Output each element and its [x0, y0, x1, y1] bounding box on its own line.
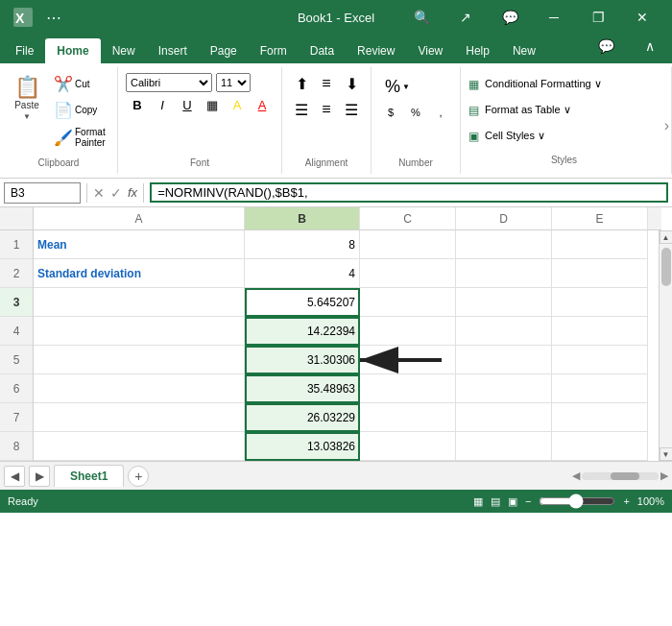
copy-button[interactable]: 📄 Copy: [50, 99, 109, 121]
sheet-add-button[interactable]: +: [128, 466, 149, 487]
cell-d5[interactable]: [456, 346, 552, 374]
search-btn[interactable]: 🔍: [399, 0, 444, 35]
format-as-table-button[interactable]: ▤ Format as Table ∨: [465, 103, 663, 118]
view-normal-icon[interactable]: ▦: [473, 495, 483, 508]
vertical-scrollbar[interactable]: ▲ ▼: [659, 230, 672, 461]
percent-button[interactable]: %: [404, 105, 427, 120]
formula-cancel-icon[interactable]: ✕: [93, 185, 105, 201]
minimize-btn[interactable]: ─: [532, 0, 576, 35]
font-size-select[interactable]: 11: [216, 73, 251, 92]
cell-b4[interactable]: 14.22394: [245, 317, 360, 346]
cell-b3[interactable]: 5.645207: [245, 288, 360, 317]
cell-e6[interactable]: [552, 374, 648, 403]
tab-view[interactable]: View: [406, 38, 454, 63]
cell-b1[interactable]: 8: [245, 230, 360, 259]
cell-d6[interactable]: [456, 374, 552, 403]
formula-input-box[interactable]: =NORMINV(RAND(),$B$1,: [150, 182, 668, 203]
share-btn[interactable]: ↗: [444, 0, 488, 35]
cell-d4[interactable]: [456, 317, 552, 346]
tab-new[interactable]: New: [101, 38, 147, 63]
cell-e5[interactable]: [552, 346, 648, 374]
tab-page[interactable]: Page: [199, 38, 249, 63]
view-layout-icon[interactable]: ▤: [491, 495, 500, 508]
ribbon-expand-btn[interactable]: ∧: [628, 29, 672, 63]
cell-c2[interactable]: [360, 259, 456, 288]
formula-fx-label[interactable]: fx: [128, 185, 137, 200]
align-right-button[interactable]: ☰: [340, 99, 363, 121]
align-bottom-button[interactable]: ⬇: [340, 73, 363, 95]
cell-b5[interactable]: 31.30306: [245, 346, 360, 374]
comments-btn[interactable]: 💬: [488, 0, 532, 35]
zoom-plus-btn[interactable]: +: [623, 495, 629, 507]
cell-b8[interactable]: 13.03826: [245, 432, 360, 461]
zoom-minus-btn[interactable]: −: [525, 495, 531, 507]
align-left-button[interactable]: ☰: [290, 99, 313, 121]
cell-a3[interactable]: [34, 288, 245, 317]
formula-confirm-icon[interactable]: ✓: [110, 185, 122, 201]
cell-c8[interactable]: [360, 432, 456, 461]
cell-c1[interactable]: [360, 230, 456, 259]
cell-reference-box[interactable]: B3: [4, 182, 81, 204]
zoom-slider[interactable]: [539, 494, 615, 509]
cell-e1[interactable]: [552, 230, 648, 259]
scroll-thumb[interactable]: [661, 248, 671, 286]
cell-c5[interactable]: [360, 346, 456, 374]
cell-styles-button[interactable]: ▣ Cell Styles ∨: [465, 129, 663, 144]
tab-data[interactable]: Data: [299, 38, 346, 63]
tab-insert[interactable]: Insert: [147, 38, 199, 63]
scroll-track[interactable]: [660, 244, 672, 447]
conditional-formatting-button[interactable]: ▦ Conditional Formatting ∨: [465, 77, 663, 92]
cell-a6[interactable]: [34, 374, 245, 403]
tab-home[interactable]: Home: [45, 38, 100, 63]
sheet-nav-left-btn[interactable]: ◀: [4, 466, 25, 487]
underline-button[interactable]: U: [176, 96, 199, 114]
align-center-button[interactable]: ≡: [315, 99, 338, 121]
cell-b7[interactable]: 26.03229: [245, 403, 360, 432]
align-top-button[interactable]: ⬆: [290, 73, 313, 95]
italic-button[interactable]: I: [151, 96, 174, 114]
tab-form[interactable]: Form: [249, 38, 299, 63]
border-button[interactable]: ▦: [201, 96, 224, 114]
scroll-up-btn[interactable]: ▲: [660, 230, 673, 244]
cell-a7[interactable]: [34, 403, 245, 432]
hscroll-thumb[interactable]: [611, 472, 639, 480]
cell-e3[interactable]: [552, 288, 648, 317]
cell-a8[interactable]: [34, 432, 245, 461]
cell-c3[interactable]: [360, 288, 456, 317]
cell-c7[interactable]: [360, 403, 456, 432]
hscroll-track[interactable]: [582, 472, 659, 480]
accounting-button[interactable]: $: [379, 105, 402, 120]
format-painter-button[interactable]: 🖌️ Format Painter: [50, 125, 109, 150]
comma-button[interactable]: ,: [429, 105, 452, 120]
cut-button[interactable]: ✂️ Cut: [50, 73, 109, 95]
fill-color-button[interactable]: A: [226, 96, 249, 114]
cell-e8[interactable]: [552, 432, 648, 461]
cell-b2[interactable]: 4: [245, 259, 360, 288]
cell-d3[interactable]: [456, 288, 552, 317]
cell-e7[interactable]: [552, 403, 648, 432]
font-color-button[interactable]: A: [251, 96, 274, 114]
tab-help[interactable]: Help: [454, 38, 501, 63]
align-middle-button[interactable]: ≡: [315, 73, 338, 95]
cell-d8[interactable]: [456, 432, 552, 461]
hscroll-right[interactable]: ▶: [660, 470, 668, 482]
cell-a2[interactable]: Standard deviation: [34, 259, 245, 288]
sheet-tab-sheet1[interactable]: Sheet1: [54, 465, 124, 487]
cell-e2[interactable]: [552, 259, 648, 288]
cell-d2[interactable]: [456, 259, 552, 288]
paste-button[interactable]: 📋 Paste ▼: [8, 73, 46, 125]
cell-a5[interactable]: [34, 346, 245, 374]
cell-a1[interactable]: Mean: [34, 230, 245, 259]
cell-e4[interactable]: [552, 317, 648, 346]
hscroll-left[interactable]: ◀: [572, 470, 580, 482]
cell-d7[interactable]: [456, 403, 552, 432]
number-format-button[interactable]: % ▼: [379, 73, 452, 101]
font-family-select[interactable]: Calibri: [126, 73, 212, 92]
sheet-nav-right-btn[interactable]: ▶: [29, 466, 50, 487]
ribbon-collapse-btn[interactable]: 💬: [584, 29, 628, 63]
tab-file[interactable]: File: [4, 38, 45, 63]
bold-button[interactable]: B: [126, 96, 149, 114]
tab-review[interactable]: Review: [346, 38, 406, 63]
cell-d1[interactable]: [456, 230, 552, 259]
styles-expand-btn[interactable]: ›: [662, 115, 671, 136]
